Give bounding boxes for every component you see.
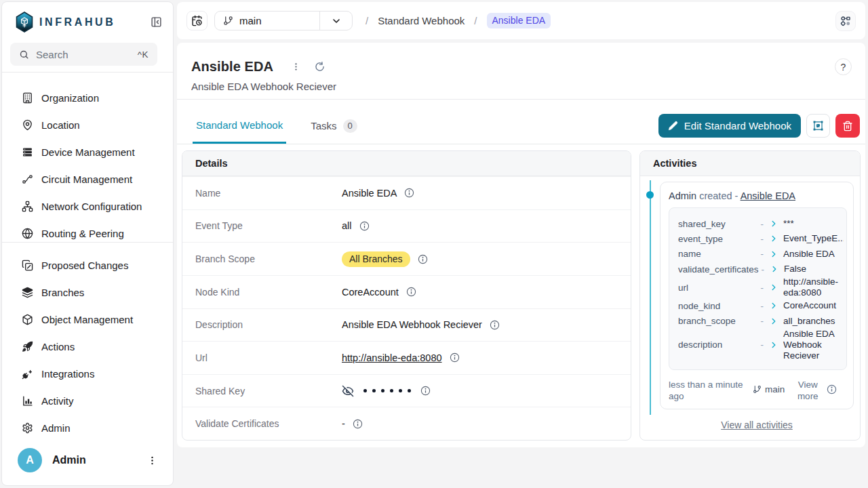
detail-label: Node Kind <box>195 287 342 298</box>
detail-value-text: Ansible EDA <box>342 188 397 199</box>
delete-button[interactable] <box>835 114 860 138</box>
detail-label: Event Type <box>195 220 342 231</box>
user-name: Admin <box>52 454 86 466</box>
detail-value-text: - <box>342 418 345 429</box>
sidebar-item-label: Admin <box>41 422 71 434</box>
view-more-button[interactable]: View more <box>791 379 824 402</box>
network-icon <box>22 201 33 212</box>
brand-name: INFRAHUB <box>39 16 115 28</box>
prop-name: name <box>678 249 761 259</box>
url-link[interactable]: http://ansible-eda:8080 <box>342 352 442 363</box>
sidebar-item-label: Activity <box>41 395 74 407</box>
git-branch-icon <box>753 385 762 394</box>
view-all-activities-link[interactable]: View all activities <box>721 420 793 430</box>
activity-object-link[interactable]: Ansible EDA <box>741 190 795 201</box>
sidebar-item-object-management[interactable]: Object Management <box>2 306 173 333</box>
info-icon[interactable] <box>406 287 416 297</box>
infrahub-logo-icon <box>16 12 33 33</box>
activity-properties: shared_key - *** event_type - <box>669 207 847 370</box>
branch-scope-badge: All Branches <box>342 251 410 267</box>
box-select-icon <box>812 119 825 132</box>
generate-object-button[interactable] <box>806 114 830 138</box>
sidebar-item-label: Network Configuration <box>41 201 142 212</box>
search-shortcut: ^K <box>138 49 149 60</box>
apps-button[interactable] <box>835 11 856 31</box>
detail-label: Url <box>195 352 342 363</box>
sidebar-item-activity[interactable]: Activity <box>2 387 173 414</box>
activity-separator: - <box>735 190 738 201</box>
sidebar-item-actions[interactable]: Actions <box>2 333 173 360</box>
tab-tasks[interactable]: Tasks 0 <box>311 108 357 144</box>
sidebar-item-device-management[interactable]: Device Management <box>2 138 173 165</box>
prop-name: description <box>678 340 761 350</box>
info-icon[interactable] <box>353 419 363 429</box>
sidebar-item-routing-peering[interactable]: Routing & Peering <box>2 220 173 239</box>
search-input[interactable] <box>36 49 138 60</box>
breadcrumb-separator: / <box>474 15 477 26</box>
prop-dash: - <box>761 340 764 350</box>
info-icon[interactable] <box>404 188 414 198</box>
detail-row-shared-key: Shared Key <box>182 374 631 407</box>
server-icon <box>22 146 33 158</box>
sidebar: INFRAHUB ^K Organization <box>1 1 174 486</box>
breadcrumb-parent[interactable]: Standard Webhook <box>378 15 465 26</box>
activity-author: Admin <box>669 190 696 201</box>
activity-prop-validate-certificates: validate_certificates - False <box>678 262 844 277</box>
prop-dash: - <box>762 264 765 274</box>
info-icon[interactable] <box>359 221 370 231</box>
activity-prop-description: description - Ansible EDA Webhook Reciev… <box>678 329 844 361</box>
refresh-button[interactable] <box>313 60 326 73</box>
info-icon[interactable] <box>420 386 431 396</box>
title-kebab-menu-button[interactable] <box>290 61 302 73</box>
sidebar-item-admin[interactable]: Admin <box>2 414 173 441</box>
sidebar-item-branches[interactable]: Branches <box>2 279 173 306</box>
prop-name: shared_key <box>678 219 761 229</box>
prop-name: validate_certificates <box>678 264 762 274</box>
sidebar-item-network-configuration[interactable]: Network Configuration <box>2 192 173 220</box>
info-icon[interactable] <box>490 320 500 330</box>
help-button[interactable]: ? <box>835 58 852 75</box>
sidebar-item-organization[interactable]: Organization <box>2 84 173 111</box>
breadcrumb: / Standard Webhook / Ansible EDA <box>366 13 551 28</box>
edit-button-label: Edit Standard Webhook <box>684 120 791 131</box>
search-box[interactable]: ^K <box>10 43 157 66</box>
chevron-right-icon <box>769 317 778 326</box>
info-icon[interactable] <box>827 384 837 394</box>
shared-key-masked-value <box>363 389 411 392</box>
gear-icon <box>22 422 33 434</box>
time-travel-button[interactable] <box>186 11 208 30</box>
page-title: Ansible EDA <box>191 59 273 75</box>
activity-prop-name: name - Ansible EDA <box>678 247 844 262</box>
sidebar-item-location[interactable]: Location <box>2 111 173 138</box>
info-icon[interactable] <box>418 254 428 264</box>
branch-selector[interactable]: main <box>214 11 353 30</box>
cube-icon <box>22 314 33 325</box>
tab-standard-webhook[interactable]: Standard Webhook <box>193 108 286 144</box>
prop-name: event_type <box>678 234 761 244</box>
sidebar-primary-nav: Organization Location Device Management <box>2 73 173 239</box>
sidebar-item-proposed-changes[interactable]: Proposed Changes <box>2 251 173 279</box>
tab-content: Details Name Ansible EDA Event Type all <box>177 144 865 447</box>
sidebar-item-integrations[interactable]: Integrations <box>2 360 173 387</box>
breadcrumb-current[interactable]: Ansible EDA <box>487 13 551 28</box>
prop-dash: - <box>761 301 764 311</box>
git-branch-icon <box>223 16 233 26</box>
sidebar-item-circuit-management[interactable]: Circuit Management <box>2 165 173 192</box>
activity-timestamp: less than a minute ago <box>669 379 749 402</box>
activity-prop-node-kind: node_kind - CoreAccount <box>678 298 844 313</box>
diff-icon <box>22 260 33 271</box>
detail-row-description: Description Ansible EDA Webhook Reciever <box>182 308 631 342</box>
detail-row-event-type: Event Type all <box>182 209 631 243</box>
eye-off-icon[interactable] <box>342 385 354 397</box>
main-panel: Ansible EDA Ansible EDA Webhook Reciever… <box>177 43 865 447</box>
user-menu-button[interactable] <box>145 453 159 468</box>
chevron-right-icon <box>769 249 778 259</box>
sidebar-collapse-button[interactable] <box>151 16 162 28</box>
edit-button[interactable]: Edit Standard Webhook <box>658 114 801 138</box>
info-icon[interactable] <box>450 352 460 363</box>
sidebar-item-label: Proposed Changes <box>41 260 128 271</box>
chevron-right-icon <box>770 264 779 274</box>
prop-dash: - <box>761 219 764 229</box>
header-actions: Edit Standard Webhook <box>658 108 860 144</box>
calendar-clock-icon <box>191 15 203 26</box>
